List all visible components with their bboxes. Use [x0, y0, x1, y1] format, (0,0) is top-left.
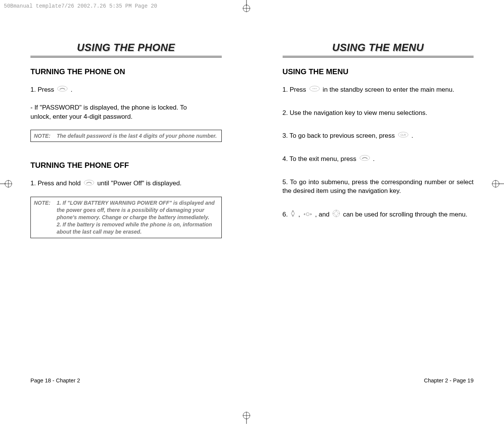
- text-fragment: , and: [315, 211, 329, 218]
- text-fragment: in the standby screen to enter the main …: [323, 86, 454, 93]
- clear-key-icon: CLR: [397, 131, 409, 141]
- title-rule: [30, 56, 222, 57]
- step-text: 5. To go into submenu, press the corresp…: [283, 178, 474, 196]
- subheading-turn-off: TURNING THE PHONE OFF: [30, 161, 222, 170]
- page-title-left: USING THE PHONE: [30, 42, 222, 54]
- step-text: 6. , , and can be used for scrolling thr…: [283, 209, 474, 220]
- note-box: NOTE: The default password is the last 4…: [30, 130, 222, 142]
- crop-mark-top-icon: [240, 0, 253, 15]
- note-label: NOTE:: [34, 199, 57, 235]
- text-fragment: 4. To the exit menu, press: [283, 155, 356, 162]
- svg-point-31: [333, 213, 334, 214]
- crop-mark-right-icon: [490, 177, 504, 192]
- left-page: USING THE PHONE TURNING THE PHONE ON 1. …: [0, 42, 252, 433]
- nav-left-right-icon: [303, 210, 313, 220]
- subheading-turn-on: TURNING THE PHONE ON: [30, 67, 222, 76]
- subheading-using-menu: USING THE MENU: [283, 67, 474, 76]
- body-text: - If "PASSWORD" is displayed, the phone …: [30, 103, 222, 121]
- note-box: NOTE: 1. If "LOW BATTERY WARNING POWER O…: [30, 197, 222, 238]
- text-fragment: 1. Press: [30, 86, 54, 93]
- end-key-icon: [83, 179, 95, 189]
- text-fragment: 1. Press and hold: [30, 180, 81, 187]
- step-text: 4. To the exit menu, press .: [283, 154, 474, 164]
- step-text: 3. To go back to previous screen, press …: [283, 131, 474, 141]
- step-text: 2. Use the navigation key to view menu s…: [283, 108, 474, 118]
- note-label: NOTE:: [34, 132, 57, 140]
- svg-point-25: [291, 212, 294, 215]
- end-key-icon: [57, 85, 68, 95]
- svg-point-26: [306, 213, 309, 216]
- text-fragment: 1. Press: [283, 86, 306, 93]
- crop-mark-left-icon: [0, 177, 14, 192]
- text-fragment: until "Power Off" is displayed.: [97, 180, 182, 187]
- svg-text:CLR: CLR: [401, 134, 406, 136]
- text-fragment: ,: [298, 211, 300, 218]
- svg-point-32: [339, 213, 340, 214]
- note-content: 1. If "LOW BATTERY WARNING POWER OFF" is…: [57, 199, 218, 235]
- text-fragment: .: [71, 86, 73, 93]
- svg-point-21: [316, 88, 316, 89]
- text-fragment: .: [411, 132, 413, 139]
- nav-up-down-icon: [290, 209, 296, 220]
- svg-point-27: [333, 210, 340, 217]
- menu-key-icon: [309, 85, 320, 95]
- page-footer-left: Page 18 - Chapter 2: [30, 377, 80, 384]
- svg-point-30: [336, 216, 337, 217]
- step-text: 1. Press and hold until "Power Off" is d…: [30, 179, 222, 188]
- step-text: 1. Press in the standby screen to enter …: [283, 85, 474, 95]
- text-fragment: .: [373, 155, 375, 162]
- right-page: USING THE MENU USING THE MENU 1. Press i…: [252, 42, 504, 433]
- svg-point-29: [336, 210, 337, 211]
- svg-point-19: [313, 88, 313, 89]
- title-rule: [283, 56, 474, 57]
- page-footer-right: Chapter 2 - Page 19: [424, 377, 474, 384]
- end-key-icon: [359, 154, 370, 164]
- text-fragment: 3. To go back to previous screen, press: [283, 132, 395, 139]
- note-content: The default password is the last 4 digit…: [57, 132, 218, 140]
- header-file-meta: 50Bmanual template7/26 2002.7.26 5:35 PM…: [4, 3, 157, 9]
- page-title-right: USING THE MENU: [283, 42, 474, 54]
- svg-point-20: [314, 88, 315, 89]
- svg-point-28: [334, 212, 338, 215]
- step-text: 1. Press .: [30, 85, 222, 95]
- text-fragment: 6.: [283, 211, 288, 218]
- crop-mark-bottom-icon: [240, 410, 253, 425]
- nav-ring-icon: [332, 209, 340, 220]
- text-fragment: can be used for scrolling through the me…: [343, 211, 467, 218]
